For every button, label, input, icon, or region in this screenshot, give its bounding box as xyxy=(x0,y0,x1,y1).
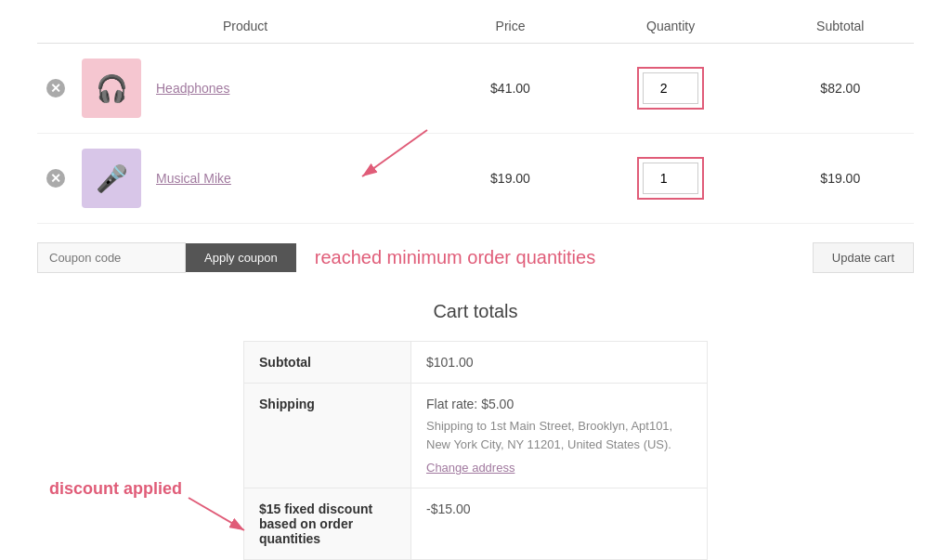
coupon-row: Apply coupon reached minimum order quant… xyxy=(37,242,914,273)
product-name-cell-2: Musical Mike xyxy=(149,134,446,224)
apply-coupon-button[interactable]: Apply coupon xyxy=(186,243,296,272)
shipping-address: Shipping to 1st Main Street, Brooklyn, A… xyxy=(426,417,692,453)
col-header-quantity: Quantity xyxy=(575,9,767,44)
update-cart-button[interactable]: Update cart xyxy=(813,242,914,273)
subtotal-row: Subtotal $101.00 xyxy=(244,342,708,384)
cart-totals-section: Cart totals Subtotal $101.00 Shipping Fl… xyxy=(243,301,708,560)
subtotal-value: $101.00 xyxy=(411,342,708,384)
product-name-cell: Headphones xyxy=(149,44,446,134)
mike-price: $19.00 xyxy=(490,171,530,186)
mike-subtotal: $19.00 xyxy=(820,171,860,186)
discount-arrow-svg xyxy=(189,498,254,535)
product-image-cell-2: 🎤 xyxy=(74,134,149,224)
qty-highlight-box-2 xyxy=(637,157,704,200)
page-wrapper: Product Price Quantity Subtotal ✕ 🎧 H xyxy=(0,0,951,560)
cart-table-wrapper: Product Price Quantity Subtotal ✕ 🎧 H xyxy=(37,9,914,224)
qty-highlight-box xyxy=(637,67,704,110)
min-order-annotation: reached minimum order quantities xyxy=(315,247,595,268)
col-header-price: Price xyxy=(446,9,574,44)
shipping-details: Flat rate: $5.00 Shipping to 1st Main St… xyxy=(411,384,708,488)
product-subtotal-cell-2: $19.00 xyxy=(767,134,914,224)
cart-table: Product Price Quantity Subtotal ✕ 🎧 H xyxy=(37,9,914,224)
discount-annotation: discount applied xyxy=(49,479,182,499)
headphones-qty-input[interactable] xyxy=(643,72,698,104)
table-row: ✕ 🎤 Musical Mike $19.00 xyxy=(37,134,914,224)
product-price-cell-2: $19.00 xyxy=(446,134,574,224)
discount-label: $15 fixed discount based on order quanti… xyxy=(244,488,411,560)
col-header-subtotal: Subtotal xyxy=(767,9,914,44)
shipping-row: Shipping Flat rate: $5.00 Shipping to 1s… xyxy=(244,384,708,488)
discount-value: -$15.00 xyxy=(411,488,708,560)
headphones-link[interactable]: Headphones xyxy=(156,81,229,96)
remove-headphones-button[interactable]: ✕ xyxy=(46,79,65,98)
totals-table: Subtotal $101.00 Shipping Flat rate: $5.… xyxy=(243,341,708,560)
headphones-thumbnail: 🎧 xyxy=(82,59,141,118)
coupon-input[interactable] xyxy=(37,242,186,273)
mike-link[interactable]: Musical Mike xyxy=(156,171,231,186)
remove-cell: ✕ xyxy=(37,44,74,134)
subtotal-label: Subtotal xyxy=(244,342,411,384)
col-header-product: Product xyxy=(149,9,446,44)
shipping-label: Shipping xyxy=(244,384,411,488)
product-price-cell: $41.00 xyxy=(446,44,574,134)
product-subtotal-cell: $82.00 xyxy=(767,44,914,134)
flat-rate-text: Flat rate: $5.00 xyxy=(426,397,514,411)
headphones-price: $41.00 xyxy=(490,81,530,96)
cart-totals-title: Cart totals xyxy=(243,301,708,322)
mike-thumbnail: 🎤 xyxy=(82,149,141,208)
mike-qty-input[interactable] xyxy=(643,163,698,194)
remove-mike-button[interactable]: ✕ xyxy=(46,169,65,188)
product-qty-cell-2 xyxy=(575,134,767,224)
table-row: ✕ 🎧 Headphones $41.00 xyxy=(37,44,914,134)
remove-cell-2: ✕ xyxy=(37,134,74,224)
col-header-remove xyxy=(37,9,74,44)
headphones-subtotal: $82.00 xyxy=(820,81,860,96)
discount-row: $15 fixed discount based on order quanti… xyxy=(244,488,708,560)
change-address-link[interactable]: Change address xyxy=(426,461,692,475)
product-qty-cell xyxy=(575,44,767,134)
product-image-cell: 🎧 xyxy=(74,44,149,134)
discount-label-text: $15 fixed discount based on order quanti… xyxy=(259,501,372,546)
col-header-image xyxy=(74,9,149,44)
